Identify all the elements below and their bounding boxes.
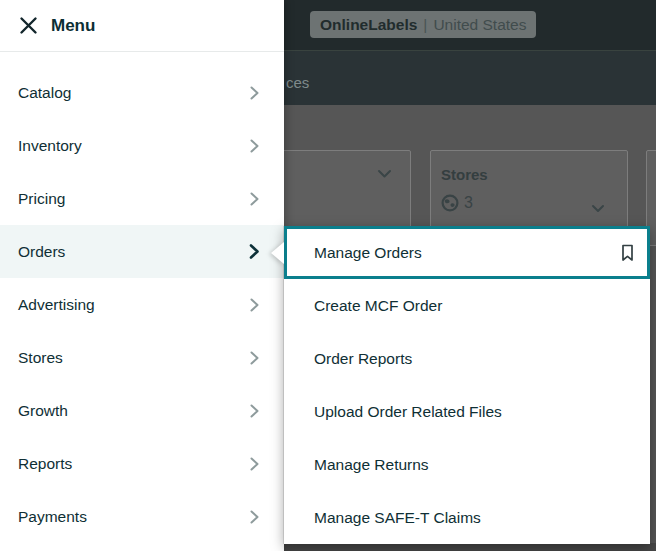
submenu-pointer	[271, 242, 284, 264]
submenu-item-order-reports[interactable]: Order Reports	[284, 332, 650, 385]
chevron-right-icon	[249, 85, 260, 101]
menu-item-pricing[interactable]: Pricing	[0, 172, 284, 225]
badge-separator: |	[423, 16, 427, 34]
menu-title: Menu	[51, 16, 95, 36]
menu-item-orders[interactable]: Orders	[0, 225, 284, 278]
app-window: OnlineLabels | United States ces Stores	[0, 0, 656, 551]
bookmark-icon[interactable]	[621, 244, 634, 262]
chevron-right-icon	[249, 350, 260, 366]
submenu-item-upload-order-related-files[interactable]: Upload Order Related Files	[284, 385, 650, 438]
account-name: OnlineLabels	[320, 16, 417, 34]
chevron-down-icon[interactable]	[591, 204, 605, 213]
menu-item-stores[interactable]: Stores	[0, 331, 284, 384]
chevron-right-icon	[248, 243, 260, 260]
orders-submenu-panel: Manage Orders Create MCF Order Order Rep…	[284, 226, 650, 544]
menu-item-reports[interactable]: Reports	[0, 437, 284, 490]
menu-list: Catalog Inventory Pricing Orders Adverti…	[0, 52, 284, 543]
menu-item-catalog[interactable]: Catalog	[0, 66, 284, 119]
background-content-strip	[284, 543, 656, 551]
submenu-item-create-mcf-order[interactable]: Create MCF Order	[284, 279, 650, 332]
chevron-right-icon	[249, 138, 260, 154]
submenu-item-manage-orders[interactable]: Manage Orders	[284, 226, 650, 279]
marketplace-region: United States	[433, 16, 526, 34]
submenu-item-manage-returns[interactable]: Manage Returns	[284, 438, 650, 491]
stores-card-title: Stores	[431, 151, 627, 183]
chevron-down-icon[interactable]	[377, 169, 392, 179]
partial-nav-label: ces	[286, 74, 309, 91]
main-menu-panel: Menu Catalog Inventory Pricing Orders Ad…	[0, 0, 284, 551]
chevron-right-icon	[249, 509, 260, 525]
menu-item-growth[interactable]: Growth	[0, 384, 284, 437]
menu-item-inventory[interactable]: Inventory	[0, 119, 284, 172]
menu-item-advertising[interactable]: Advertising	[0, 278, 284, 331]
chevron-right-icon	[249, 297, 260, 313]
account-region-badge[interactable]: OnlineLabels | United States	[310, 11, 536, 38]
close-icon[interactable]	[18, 16, 38, 36]
globe-icon	[441, 194, 459, 212]
submenu-item-manage-safe-t-claims[interactable]: Manage SAFE-T Claims	[284, 491, 650, 544]
chevron-right-icon	[249, 191, 260, 207]
chevron-right-icon	[249, 456, 260, 472]
menu-item-payments[interactable]: Payments	[0, 490, 284, 543]
menu-header: Menu	[0, 0, 284, 52]
stores-count: 3	[464, 194, 473, 212]
chevron-right-icon	[249, 403, 260, 419]
